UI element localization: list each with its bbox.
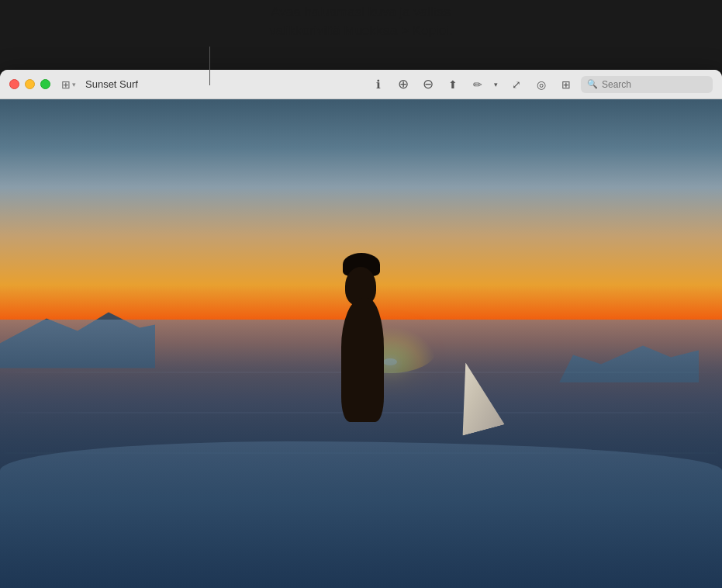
search-input[interactable]: [602, 79, 706, 90]
window-title: Sunset Surf: [85, 78, 138, 90]
export-icon: ⊞: [561, 78, 571, 91]
surfer-body: [341, 298, 384, 422]
adjust-button[interactable]: ◎: [531, 74, 551, 95]
markup-group: ✏ ▾: [468, 74, 502, 95]
zoom-in-button[interactable]: ⊕: [393, 74, 413, 95]
sidebar-icon: ⊞: [61, 78, 71, 91]
zoom-in-icon: ⊕: [398, 76, 409, 92]
sidebar-toggle-button[interactable]: ⊞ ▾: [58, 77, 79, 92]
foreground-wave: [0, 441, 722, 588]
minimize-button[interactable]: [25, 79, 35, 89]
traffic-lights: [9, 79, 50, 89]
zoom-out-icon: ⊖: [423, 76, 434, 92]
markup-dropdown[interactable]: ▾: [489, 74, 502, 95]
pencil-icon: ✏: [473, 78, 482, 91]
adjust-icon: ◎: [537, 78, 546, 91]
info-button[interactable]: ℹ: [368, 74, 389, 95]
chevron-down-icon: ▾: [494, 81, 498, 88]
annotation-line1: Avaa haluamasi kuva ja valitse: [0, 3, 722, 22]
annotation-line2: valikkoriviltä Muokkaa > Kopioi.: [0, 22, 722, 40]
export-button[interactable]: ⊞: [556, 74, 576, 95]
markup-button[interactable]: ✏: [468, 74, 488, 95]
annotation-pointer-line: [209, 47, 210, 85]
annotation-text: Avaa haluamasi kuva ja valitse valikkori…: [0, 0, 722, 40]
close-button[interactable]: [9, 79, 19, 89]
image-area: [0, 99, 722, 588]
share-button[interactable]: ⬆: [443, 74, 463, 95]
crop-icon: ⤢: [512, 78, 521, 91]
search-field[interactable]: 🔍: [581, 76, 713, 93]
titlebar: ⊞ ▾ Sunset Surf ℹ ⊕ ⊖ ⬆ ✏: [0, 70, 722, 99]
preview-window: ⊞ ▾ Sunset Surf ℹ ⊕ ⊖ ⬆ ✏: [0, 70, 722, 588]
info-icon: ℹ: [376, 78, 381, 92]
toolbar-right: ℹ ⊕ ⊖ ⬆ ✏ ▾ ⤢: [368, 74, 713, 95]
search-icon: 🔍: [587, 79, 598, 89]
chevron-down-icon: ▾: [72, 81, 76, 88]
titlebar-left: ⊞ ▾ Sunset Surf: [58, 77, 138, 92]
maximize-button[interactable]: [40, 79, 50, 89]
surfer-silhouette: [318, 267, 411, 422]
share-icon: ⬆: [448, 78, 458, 91]
zoom-out-button[interactable]: ⊖: [418, 74, 438, 95]
crop-button[interactable]: ⤢: [506, 74, 527, 95]
